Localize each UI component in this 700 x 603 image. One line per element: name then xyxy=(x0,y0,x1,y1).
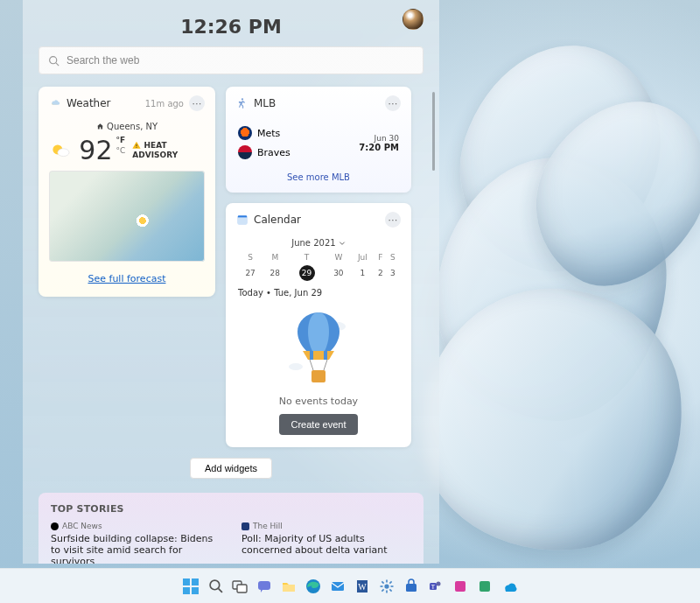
svg-line-38 xyxy=(389,581,391,583)
taskbar: W T xyxy=(0,568,700,603)
svg-point-40 xyxy=(437,581,441,585)
create-event-button[interactable]: Create event xyxy=(279,414,359,435)
forecast-link[interactable]: See full forecast xyxy=(88,273,166,284)
svg-rect-18 xyxy=(183,587,190,594)
weather-widget[interactable]: Weather 11m ago ⋯ Queens, NY 92 °F °C xyxy=(38,87,215,297)
start-button[interactable] xyxy=(180,576,201,597)
game-time: 7:20 PM xyxy=(359,143,399,152)
profile-avatar[interactable] xyxy=(402,9,424,30)
mlb-title: MLB xyxy=(254,97,380,109)
svg-line-15 xyxy=(324,360,327,370)
story-headline: Surfside building collapse: Bidens to vi… xyxy=(51,533,220,564)
calendar-day[interactable]: 28 xyxy=(262,263,287,283)
sun-cloud-icon xyxy=(49,137,72,164)
story-source: The Hill xyxy=(253,522,283,530)
calendar-month-picker[interactable]: June 2021 xyxy=(226,236,411,251)
file-explorer-icon[interactable] xyxy=(278,576,299,597)
panel-scrollbar[interactable] xyxy=(432,92,435,171)
weather-location: Queens, NY xyxy=(107,122,158,131)
thehill-logo-icon xyxy=(242,522,249,530)
svg-line-37 xyxy=(382,589,383,591)
mlb-more-button[interactable]: ⋯ xyxy=(385,95,401,111)
mail-icon[interactable] xyxy=(327,576,348,597)
settings-icon[interactable] xyxy=(376,576,397,597)
story-headline: Poll: Majority of US adults concerned ab… xyxy=(242,533,411,556)
calendar-dow: F xyxy=(374,251,387,263)
stories-heading: TOP STORIES xyxy=(51,503,411,515)
weather-more-button[interactable]: ⋯ xyxy=(189,95,205,111)
chevron-down-icon xyxy=(339,240,346,247)
mlb-widget[interactable]: MLB ⋯ Mets Braves Jun 30 7:20 PM See mor… xyxy=(226,87,411,193)
svg-line-35 xyxy=(382,581,383,583)
calendar-dow: M xyxy=(262,251,287,263)
svg-rect-8 xyxy=(238,218,248,225)
home-icon xyxy=(96,123,104,130)
team-away: Mets xyxy=(257,128,280,139)
svg-rect-17 xyxy=(192,578,199,585)
edge-icon[interactable] xyxy=(303,576,324,597)
word-icon[interactable]: W xyxy=(352,576,373,597)
svg-text:W: W xyxy=(358,582,367,592)
widgets-panel: 12:26 PM Weather 11m ago ⋯ Queens, NY 92 xyxy=(23,0,439,564)
teams-icon[interactable]: T xyxy=(425,576,446,597)
calendar-dow: W xyxy=(326,251,351,263)
svg-rect-11 xyxy=(310,351,313,360)
story-item[interactable]: The Hill Poll: Majority of US adults con… xyxy=(242,522,411,564)
panel-clock: 12:26 PM xyxy=(38,16,424,38)
mets-logo-icon xyxy=(238,126,252,140)
taskbar-search-icon[interactable] xyxy=(205,576,226,597)
calendar-day[interactable]: 3 xyxy=(387,263,399,283)
calendar-day[interactable]: 27 xyxy=(238,263,262,283)
store-icon[interactable] xyxy=(401,576,422,597)
svg-rect-27 xyxy=(332,582,344,591)
calendar-day[interactable]: 1 xyxy=(351,263,374,283)
weather-icon xyxy=(49,97,61,109)
calendar-day[interactable]: 30 xyxy=(326,263,351,283)
calendar-no-events: No events today xyxy=(226,396,411,407)
app-icon[interactable] xyxy=(474,576,495,597)
svg-rect-13 xyxy=(312,370,326,382)
svg-rect-39 xyxy=(406,584,416,592)
weather-title: Weather xyxy=(66,97,145,109)
tips-icon[interactable] xyxy=(450,576,471,597)
story-item[interactable]: ABC News Surfside building collapse: Bid… xyxy=(51,522,220,564)
weather-temp: 92 xyxy=(79,135,112,165)
svg-rect-12 xyxy=(324,351,327,360)
unit-f[interactable]: °F xyxy=(116,135,126,145)
chat-icon[interactable] xyxy=(254,576,275,597)
onedrive-icon[interactable] xyxy=(499,576,520,597)
calendar-day[interactable]: 29 xyxy=(287,263,326,283)
running-icon xyxy=(236,97,248,109)
svg-rect-24 xyxy=(258,581,270,590)
calendar-day[interactable]: 2 xyxy=(374,263,387,283)
svg-rect-4 xyxy=(136,144,137,146)
calendar-illustration xyxy=(226,299,411,396)
svg-rect-5 xyxy=(136,147,137,148)
svg-line-21 xyxy=(218,589,221,592)
mlb-see-more[interactable]: See more MLB xyxy=(226,164,411,193)
search-box[interactable] xyxy=(38,46,424,74)
weather-map[interactable] xyxy=(49,171,205,262)
calendar-widget[interactable]: Calendar ⋯ June 2021 SMTWJulFS 272829301… xyxy=(226,203,411,447)
calendar-dow: T xyxy=(287,251,326,263)
svg-line-14 xyxy=(310,360,313,370)
svg-rect-19 xyxy=(192,587,199,594)
top-stories-widget[interactable]: TOP STORIES ABC News Surfside building c… xyxy=(38,493,424,564)
mlb-game[interactable]: Mets Braves Jun 30 7:20 PM xyxy=(226,120,411,164)
game-date: Jun 30 xyxy=(374,134,399,143)
search-input[interactable] xyxy=(66,54,414,67)
svg-rect-25 xyxy=(283,585,295,592)
svg-rect-16 xyxy=(183,578,190,585)
calendar-grid[interactable]: SMTWJulFS 27282930123 xyxy=(238,251,399,283)
weather-advisory[interactable]: HEAT ADVISORY xyxy=(132,141,205,160)
task-view-icon[interactable] xyxy=(229,576,250,597)
svg-rect-23 xyxy=(237,585,247,592)
add-widgets-button[interactable]: Add widgets xyxy=(190,458,272,479)
svg-point-0 xyxy=(50,56,57,63)
calendar-dow: S xyxy=(238,251,262,263)
calendar-more-button[interactable]: ⋯ xyxy=(385,212,401,228)
svg-text:T: T xyxy=(430,583,436,590)
svg-point-3 xyxy=(58,148,69,156)
svg-point-30 xyxy=(384,584,388,588)
unit-c[interactable]: °C xyxy=(116,145,126,156)
